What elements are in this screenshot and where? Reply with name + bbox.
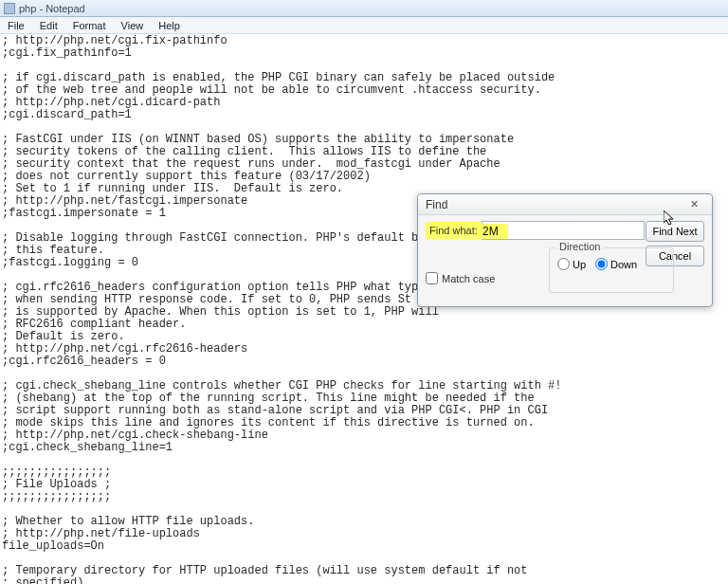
editor-line: ;cgi.rfc2616_headers = 0 [2,356,726,368]
menu-file[interactable]: File [0,18,32,33]
close-icon[interactable]: ✕ [680,198,708,211]
editor-line: ; specified). [2,577,726,584]
window-title: php - Notepad [19,3,85,14]
find-dialog-title: Find [426,198,447,211]
find-next-label: Find Next [652,226,697,237]
direction-up-label: Up [573,259,586,270]
menu-bar: File Edit Format View Help [0,17,728,34]
editor-area[interactable]: ; http://php.net/cgi.fix-pathinfo;cgi.fi… [0,34,728,584]
find-what-input[interactable] [482,221,645,240]
find-dialog-body: Find what: 2M Find Next Cancel Direction… [418,215,712,306]
app-icon [4,3,15,14]
titlebar: php - Notepad [0,0,728,17]
menu-format[interactable]: Format [65,18,114,33]
menu-help[interactable]: Help [151,18,188,33]
direction-down-option[interactable]: Down [595,258,637,270]
match-case-checkbox[interactable] [426,272,438,284]
editor-line: ;;;;;;;;;;;;;;;; [2,491,726,503]
editor-line: file_uploads=On [2,540,726,553]
find-dialog-titlebar[interactable]: Find ✕ [418,194,712,215]
editor-line: ; Temporary directory for HTTP uploaded … [2,565,726,577]
direction-down-label: Down [610,259,637,270]
match-case-label: Match case [442,273,495,284]
editor-line: ;cgi.discard_path=1 [2,109,726,121]
find-what-label: Find what: [426,222,482,239]
menu-edit[interactable]: Edit [32,18,65,33]
editor-line: ;cgi.check_shebang_line=1 [2,442,726,454]
find-next-button[interactable]: Find Next [646,221,704,242]
direction-legend: Direction [555,241,604,252]
editor-line: ; http://php.net/file-uploads [2,528,726,540]
direction-up-option[interactable]: Up [557,258,586,270]
find-dialog: Find ✕ Find what: 2M Find Next Cancel Di… [417,193,713,307]
editor-line: ;cgi.fix_pathinfo=1 [2,47,726,60]
direction-group: Direction Up Down [549,247,674,293]
match-case-option[interactable]: Match case [426,272,495,284]
direction-up-radio[interactable] [557,258,570,270]
direction-down-radio[interactable] [595,258,608,270]
menu-view[interactable]: View [114,18,152,33]
